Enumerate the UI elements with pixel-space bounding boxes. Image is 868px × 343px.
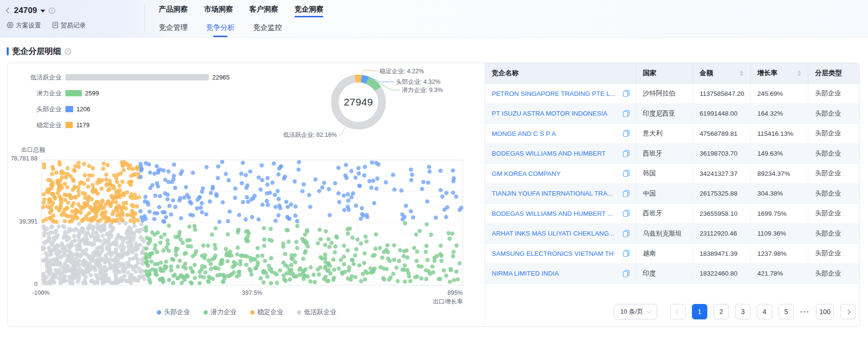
competitor-name-link[interactable]: GM KOREA COMPANY [492,170,561,177]
column-header[interactable]: 金额 [693,63,751,83]
scatter-point [303,238,307,243]
scatter-point [82,162,86,166]
tab-competitor-insight[interactable]: 竞企洞察 [294,0,323,19]
scatter-point [430,264,434,269]
copy-icon[interactable] [623,250,630,257]
copy-icon[interactable] [623,170,630,177]
legend-item[interactable]: 稳定企业 [250,308,283,317]
section-info-icon[interactable] [64,48,71,55]
scatter-point [281,261,286,265]
column-header: 竞企名称 [485,63,636,83]
scatter-point [258,276,263,280]
scatter-point [54,171,59,175]
copy-icon[interactable] [623,210,630,217]
plan-info-icon[interactable] [49,7,55,14]
scatter-point [451,250,456,254]
sort-icon[interactable] [740,70,743,76]
scatter-point [317,272,321,277]
scatter-point [402,215,407,219]
plan-id[interactable]: 24709 [14,6,37,15]
competitor-name-link[interactable]: BODEGAS WILLIAMS AND HUMBERT ... [492,210,613,217]
scatter-point [240,181,244,185]
legend-item[interactable]: 潜力企业 [204,308,237,317]
competitor-name-link[interactable]: PETRON SINGAPORE TRADING PTE L... [492,90,615,97]
copy-icon[interactable] [623,190,630,198]
subtab-competitor-management[interactable]: 竞企管理 [159,19,188,38]
scatter-point [302,182,306,186]
page-button-1[interactable]: 1 [692,304,707,319]
scatter-point [65,265,70,270]
column-header-label: 分层类型 [815,69,842,78]
copy-icon[interactable] [623,90,630,97]
scatter-point [166,249,171,253]
competitor-name-link[interactable]: PT ISUZU ASTRA MOTOR INDONESIA [492,110,607,117]
scatter-point [59,203,63,208]
scatter-point [137,266,141,271]
trade-records-button[interactable]: 贸易记录 [52,21,86,30]
growth-cell-value: 1699.75% [757,210,787,217]
bar-category-label: 低活跃企业 [8,73,62,82]
prev-page-button[interactable] [670,304,686,319]
header-left: 24709 方案设置贸易记录 [0,0,144,37]
scatter-point [86,185,90,189]
competitor-name-link[interactable]: BODEGAS WILLIAMS AND HUMBERT [492,150,606,157]
page-button-3[interactable]: 3 [735,304,751,319]
copy-icon[interactable] [623,230,630,237]
scatter-point [135,245,139,250]
back-icon[interactable] [6,8,11,13]
scatter-point [92,242,96,247]
tab-market-insight[interactable]: 市场洞察 [204,0,233,19]
page-ellipsis[interactable]: ••• [800,308,810,316]
legend-item[interactable]: 低活跃企业 [297,308,337,317]
amount-cell-value: 18389471.39 [700,250,738,257]
scatter-point [239,254,243,258]
scatter-point [96,200,100,204]
sort-icon[interactable] [797,70,801,76]
next-page-button[interactable] [840,304,855,319]
title-accent-bar [7,47,9,55]
scatter-point [248,170,253,174]
copy-icon[interactable] [623,270,630,277]
scatter-point [379,265,383,269]
column-header[interactable]: 增长率 [751,63,808,83]
scatter-point [126,228,130,233]
legend-item[interactable]: 头部企业 [157,308,190,317]
scatter-point [108,262,112,266]
page-button-2[interactable]: 2 [714,304,729,319]
subtab-competitor-monitoring[interactable]: 竞企监控 [253,19,282,38]
scatter-point [336,191,341,196]
scatter-point [184,266,188,271]
plan-settings-button[interactable]: 方案设置 [7,21,41,30]
page-size-select[interactable]: 10 条/页 [614,304,657,319]
legend-label: 潜力企业 [211,308,237,317]
plan-dropdown-icon[interactable] [40,10,45,13]
scatter-point [94,231,99,235]
scatter-point [322,181,326,185]
competitor-name-link[interactable]: ARHAT INKS MAS ULIYATI CHEKLANG... [492,230,614,237]
scatter-point [115,180,119,184]
copy-icon[interactable] [623,130,630,137]
scatter-point [405,255,409,260]
growth-cell-value: 421.78% [757,270,783,277]
competitor-name-link[interactable]: MONGE AND C S P A [492,130,556,137]
scatter-point [438,252,443,256]
subtab-competition-analysis[interactable]: 竞争分析 [206,19,235,38]
competitor-name-link[interactable]: TIANJIN YOUFA INTERNATIONAL TRA... [492,190,613,197]
competitor-name-link[interactable]: SAMSUNG ELECTRONICS VIETNAM TH [492,250,613,257]
tab-product-insight[interactable]: 产品洞察 [159,0,188,19]
amount-cell-value: 1137585847.20 [700,90,744,97]
page-button-4[interactable]: 4 [757,304,772,319]
tab-customer-insight[interactable]: 客户洞察 [249,0,278,19]
page-button-100[interactable]: 100 [816,304,834,319]
copy-icon[interactable] [623,150,630,158]
scatter-point [89,273,93,277]
scatter-point [283,279,288,283]
scatter-point [135,204,139,209]
scatter-point [191,254,195,258]
scatter-point [357,166,361,171]
tier-type-cell-value: 头部企业 [815,269,841,278]
charts-area: 低活跃企业22965潜力企业2599头部企业1206稳定企业1179 27949… [8,63,485,326]
page-button-5[interactable]: 5 [779,304,794,319]
copy-icon[interactable] [623,110,630,118]
competitor-name-link[interactable]: NIRMA LIMITED INDIA [492,270,559,277]
